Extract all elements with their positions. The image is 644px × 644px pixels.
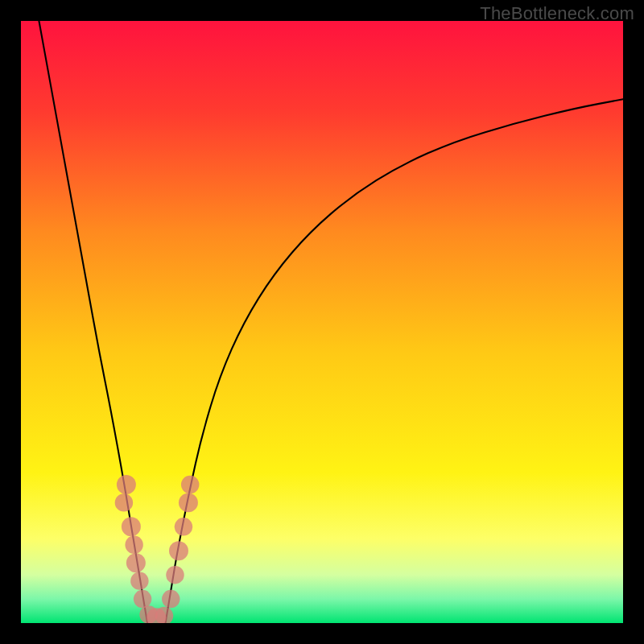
data-marker bbox=[117, 475, 136, 494]
data-marker bbox=[122, 517, 141, 536]
data-marker bbox=[130, 572, 148, 589]
series-right_branch bbox=[166, 99, 623, 623]
chart-curves bbox=[21, 21, 623, 623]
data-marker bbox=[126, 553, 146, 572]
data-marker bbox=[115, 493, 133, 511]
chart-frame: TheBottleneck.com bbox=[0, 0, 644, 644]
data-marker bbox=[181, 476, 199, 493]
data-marker bbox=[166, 566, 184, 584]
data-marker bbox=[162, 590, 180, 608]
watermark-text: TheBottleneck.com bbox=[480, 3, 634, 24]
data-marker bbox=[125, 536, 142, 554]
data-marker bbox=[134, 590, 151, 608]
data-marker bbox=[169, 541, 188, 560]
plot-area bbox=[21, 21, 623, 623]
data-marker bbox=[175, 518, 192, 535]
data-marker bbox=[179, 493, 198, 512]
